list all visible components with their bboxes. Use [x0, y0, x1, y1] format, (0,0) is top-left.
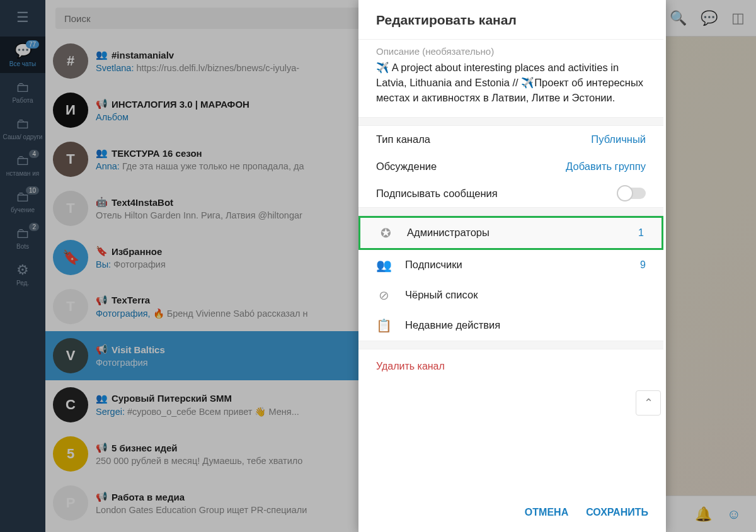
sign-messages-row[interactable]: Подписывать сообщения — [358, 180, 663, 207]
ban-icon: ⊘ — [376, 288, 391, 303]
recent-actions-row[interactable]: 📋 Недавние действия — [358, 310, 663, 341]
subscribers-count: 9 — [640, 259, 646, 271]
description-text: ✈️ A project about interesting places an… — [376, 60, 646, 106]
clipboard-icon: 📋 — [376, 318, 391, 333]
cancel-button[interactable]: ОТМЕНА — [525, 507, 568, 518]
section-gap — [358, 207, 663, 216]
description-label: Описание (необязательно) — [376, 46, 646, 57]
subscribers-label: Подписчики — [405, 259, 462, 271]
recent-actions-label: Недавние действия — [405, 319, 500, 331]
subscribers-row[interactable]: 👥 Подписчики 9 — [358, 250, 663, 280]
save-button[interactable]: СОХРАНИТЬ — [586, 507, 648, 518]
section-gap — [358, 117, 663, 126]
channel-type-row[interactable]: Тип канала Публичный — [358, 126, 663, 153]
blacklist-label: Чёрный список — [405, 289, 478, 301]
edit-channel-modal: Редактировать канал Описание (необязател… — [358, 0, 666, 532]
toggle-off[interactable] — [618, 188, 646, 199]
discussion-label: Обсуждение — [376, 161, 437, 173]
sign-messages-label: Подписывать сообщения — [376, 188, 498, 200]
description-block[interactable]: Описание (необязательно) ✈️ A project ab… — [358, 39, 663, 117]
modal-title: Редактировать канал — [358, 0, 666, 39]
administrators-count: 1 — [638, 227, 644, 239]
administrators-row[interactable]: ✪ Администраторы 1 — [358, 216, 663, 250]
administrators-label: Администраторы — [407, 227, 490, 239]
modal-scroll[interactable]: Описание (необязательно) ✈️ A project ab… — [358, 39, 666, 495]
discussion-value: Добавить группу — [566, 161, 646, 173]
blacklist-row[interactable]: ⊘ Чёрный список — [358, 280, 663, 310]
shield-icon: ✪ — [378, 225, 393, 241]
delete-channel-link[interactable]: Удалить канал — [358, 349, 663, 378]
discussion-row[interactable]: Обсуждение Добавить группу — [358, 153, 663, 180]
scroll-up-icon[interactable]: ⌃ — [636, 390, 661, 416]
modal-actions: ОТМЕНА СОХРАНИТЬ — [358, 495, 666, 532]
channel-type-value: Публичный — [591, 133, 646, 145]
people-icon: 👥 — [376, 258, 391, 273]
section-gap — [358, 341, 663, 349]
channel-type-label: Тип канала — [376, 133, 430, 145]
